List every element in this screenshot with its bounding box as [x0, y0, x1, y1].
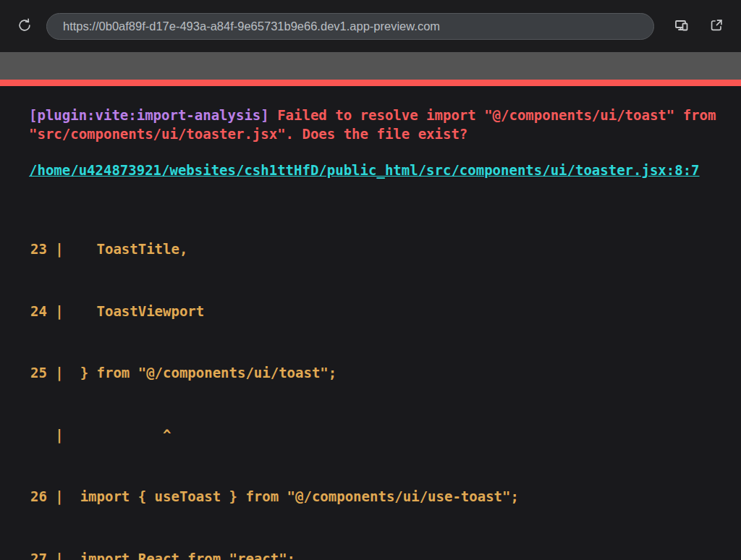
plugin-tag: [plugin:vite:import-analysis] — [29, 107, 269, 123]
page-top-bar — [0, 52, 741, 80]
code-frame-line: 27 | import React from "react"; — [30, 548, 741, 560]
reload-icon — [17, 17, 33, 35]
open-external-button[interactable] — [703, 13, 729, 39]
browser-chrome — [0, 0, 741, 52]
code-frame: 23 | ToastTitle, 24 | ToastViewport 25 |… — [30, 198, 741, 560]
code-frame-line: 23 | ToastTitle, — [30, 239, 741, 260]
url-input[interactable] — [62, 19, 639, 34]
reload-button[interactable] — [12, 13, 38, 39]
open-external-icon — [708, 17, 724, 35]
red-accent-stripe — [0, 80, 741, 86]
code-frame-line: 26 | import { useToast } from "@/compone… — [30, 486, 741, 507]
code-frame-line: 25 | } from "@/components/ui/toast"; — [30, 362, 741, 383]
code-frame-caret-line: | ^ — [30, 425, 741, 446]
error-file-link[interactable]: /home/u424873921/websites/csh1ttHfD/publ… — [29, 162, 700, 178]
url-bar[interactable] — [46, 13, 654, 40]
code-frame-line: 24 | ToastViewport — [30, 301, 741, 322]
device-toggle-button[interactable] — [669, 13, 695, 39]
devices-icon — [673, 17, 690, 36]
error-message: [plugin:vite:import-analysis] Failed to … — [29, 106, 734, 143]
vite-error-overlay[interactable]: [plugin:vite:import-analysis] Failed to … — [0, 86, 741, 560]
